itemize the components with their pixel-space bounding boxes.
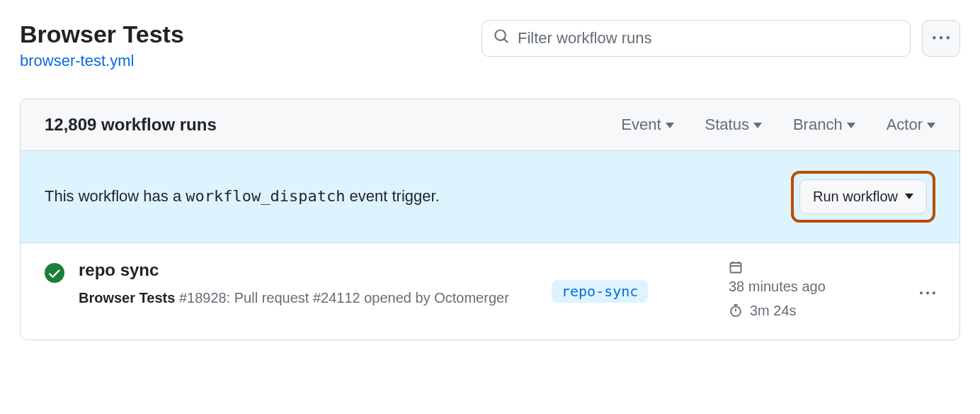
search-placeholder: Filter workflow runs [518,29,651,47]
run-subtitle: Browser Tests #18928: Pull request #2411… [79,287,537,308]
run-actions-menu[interactable] [920,260,935,323]
caret-down-icon [847,123,855,128]
filter-branch[interactable]: Branch [793,116,855,134]
run-workflow-label: Run workflow [813,189,898,205]
svg-point-0 [45,263,64,283]
caret-down-icon [927,123,935,128]
filter-branch-label: Branch [793,116,843,134]
filter-event-label: Event [621,116,661,134]
runs-panel: 12,809 workflow runs Event Status Branch… [20,99,960,340]
run-duration: 3m 24s [750,298,797,323]
filter-runs-input[interactable]: Filter workflow runs [482,20,911,57]
kebab-icon [920,286,935,301]
dispatch-message: This workflow has a workflow_dispatch ev… [45,187,440,206]
branch-badge[interactable]: repo-sync [552,280,648,303]
status-success-icon [45,263,64,323]
dispatch-text-before: This workflow has a [45,187,186,205]
filter-status[interactable]: Status [705,116,762,134]
dispatch-text-after: event trigger. [345,187,439,205]
filter-event[interactable]: Event [621,116,673,134]
run-count: 12,809 workflow runs [45,115,217,135]
filter-status-label: Status [705,116,749,134]
workflow-file-link[interactable]: browser-test.yml [20,52,134,69]
filter-actor-label: Actor [887,116,923,134]
run-sub-rest: #18928: Pull request #24112 opened by Oc… [175,290,508,306]
workflow-actions-menu[interactable] [922,20,960,57]
run-title[interactable]: repo sync [79,260,537,280]
run-workflow-name: Browser Tests [79,290,175,306]
run-time-ago: 38 minutes ago [729,274,826,298]
search-icon [494,28,509,48]
calendar-icon [729,260,743,274]
run-row[interactable]: repo sync Browser Tests #18928: Pull req… [21,243,959,340]
run-workflow-button[interactable]: Run workflow [799,179,927,214]
filter-actor[interactable]: Actor [887,116,935,134]
stopwatch-icon [729,303,743,318]
kebab-icon [933,30,950,47]
caret-down-icon [753,123,762,128]
run-workflow-highlight: Run workflow [791,171,935,223]
caret-down-icon [666,123,674,128]
svg-rect-1 [731,263,741,273]
page-title: Browser Tests [20,20,184,49]
dispatch-code: workflow_dispatch [186,187,345,205]
caret-down-icon [905,194,913,199]
